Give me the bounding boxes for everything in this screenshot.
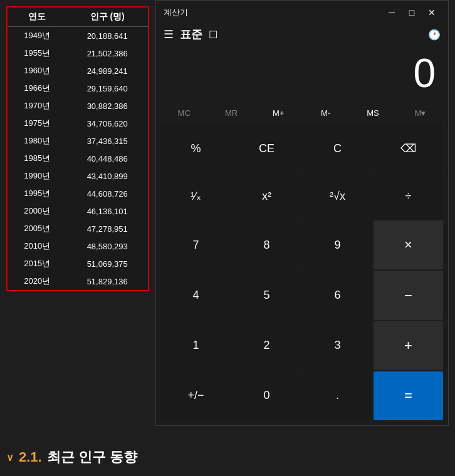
calc-button-x-[interactable]: x² xyxy=(232,173,301,219)
memory-button-mc[interactable]: MC xyxy=(161,102,207,124)
cell-population: 46,136,101 xyxy=(66,202,148,220)
cell-population: 21,502,386 xyxy=(66,44,148,62)
toolbar: ☰ 표준 ☐ 🕐 xyxy=(156,24,448,47)
maximize-button[interactable]: □ xyxy=(403,6,421,19)
table-row: 1980년37,436,315 xyxy=(8,132,148,150)
calc-button-9[interactable]: 9 xyxy=(303,220,372,269)
calc-button-7[interactable]: 7 xyxy=(161,220,231,269)
cell-population: 29,159,640 xyxy=(66,80,148,97)
cell-year: 1995년 xyxy=(8,185,66,202)
mode-icon: ☐ xyxy=(209,29,217,41)
cell-population: 44,608,726 xyxy=(66,185,148,202)
cell-year: 1960년 xyxy=(8,62,66,80)
cell-year: 1980년 xyxy=(8,132,66,150)
section-heading: ∨ 2.1. 최근 인구 동향 xyxy=(6,448,137,467)
cell-population: 24,989,241 xyxy=(66,62,148,80)
col-year-header: 연도 xyxy=(8,8,66,27)
calc-button--[interactable]: ÷ xyxy=(374,173,443,219)
cell-population: 20,188,641 xyxy=(66,27,148,45)
calc-button---x[interactable]: ²√x xyxy=(303,173,372,219)
table-row: 1955년21,502,386 xyxy=(8,44,148,62)
cell-year: 1966년 xyxy=(8,80,66,97)
table-row: 1970년30,882,386 xyxy=(8,97,148,115)
table-row: 2000년46,136,101 xyxy=(8,202,148,220)
table-row: 1949년20,188,641 xyxy=(8,27,148,45)
table-row: 1966년29,159,640 xyxy=(8,80,148,97)
calc-button-3[interactable]: 3 xyxy=(303,321,372,370)
calc-button----[interactable]: +/− xyxy=(161,371,231,420)
memory-button-mv[interactable]: M▾ xyxy=(397,102,443,124)
table-row: 1995년44,608,726 xyxy=(8,185,148,202)
calc-button--[interactable]: × xyxy=(374,220,443,269)
button-grid: %CEC⌫¹⁄ₓx²²√x÷789×456−123++/−0.= xyxy=(161,125,443,420)
cell-year: 1985년 xyxy=(8,150,66,167)
calc-button--[interactable]: − xyxy=(374,271,443,319)
menu-icon[interactable]: ☰ xyxy=(164,28,174,41)
memory-button-ms[interactable]: MS xyxy=(350,102,395,124)
cell-year: 2000년 xyxy=(8,202,66,220)
calculator-window: 계산기 ─ □ ✕ ☰ 표준 ☐ 🕐 0 MCMRM+M-MSM▾ %CEC⌫¹… xyxy=(155,0,449,426)
calc-button--[interactable]: = xyxy=(374,371,443,420)
display: 0 xyxy=(156,47,448,100)
minimize-button[interactable]: ─ xyxy=(383,6,400,19)
calc-button--[interactable]: + xyxy=(374,321,443,370)
calc-button--[interactable]: . xyxy=(303,371,372,420)
memory-button-mr[interactable]: MR xyxy=(208,102,254,124)
calc-button-2[interactable]: 2 xyxy=(232,321,301,370)
cell-year: 1955년 xyxy=(8,44,66,62)
cell-year: 2010년 xyxy=(8,237,66,255)
history-icon[interactable]: 🕐 xyxy=(428,29,441,41)
buttons-area: MCMRM+M-MSM▾ %CEC⌫¹⁄ₓx²²√x÷789×456−123++… xyxy=(156,100,448,425)
table-row: 1975년34,706,620 xyxy=(8,115,148,132)
window-controls: ─ □ ✕ xyxy=(383,6,441,19)
section-number: 2.1. xyxy=(19,449,42,465)
cell-population: 51,829,136 xyxy=(66,272,148,290)
cell-population: 37,436,315 xyxy=(66,132,148,150)
section-text: 최근 인구 동향 xyxy=(47,448,137,467)
memory-row: MCMRM+M-MSM▾ xyxy=(161,102,443,124)
calc-button----[interactable]: ¹⁄ₓ xyxy=(161,173,231,219)
close-button[interactable]: ✕ xyxy=(423,6,441,19)
cell-year: 2005년 xyxy=(8,220,66,237)
calc-button-5[interactable]: 5 xyxy=(232,271,301,319)
cell-population: 40,448,486 xyxy=(66,150,148,167)
cell-population: 48,580,293 xyxy=(66,237,148,255)
calc-button-C[interactable]: C xyxy=(303,125,372,172)
table-row: 1990년43,410,899 xyxy=(8,167,148,185)
title-bar: 계산기 ─ □ ✕ xyxy=(156,1,448,24)
cell-population: 30,882,386 xyxy=(66,97,148,115)
calc-button-1[interactable]: 1 xyxy=(161,321,231,370)
calc-button-0[interactable]: 0 xyxy=(232,371,301,420)
section-arrow: ∨ xyxy=(6,452,14,463)
cell-population: 51,069,375 xyxy=(66,255,148,272)
cell-year: 1990년 xyxy=(8,167,66,185)
table-row: 2015년51,069,375 xyxy=(8,255,148,272)
calc-button--[interactable]: ⌫ xyxy=(374,125,443,172)
cell-year: 2020년 xyxy=(8,272,66,290)
display-value: 0 xyxy=(413,51,436,96)
cell-year: 1949년 xyxy=(8,27,66,45)
memory-button-m-[interactable]: M- xyxy=(303,102,348,124)
calc-button-CE[interactable]: CE xyxy=(232,125,301,172)
calc-button-4[interactable]: 4 xyxy=(161,271,231,319)
calc-button--[interactable]: % xyxy=(161,125,231,172)
table-row: 2010년48,580,293 xyxy=(8,237,148,255)
memory-button-m+[interactable]: M+ xyxy=(256,102,301,124)
cell-population: 34,706,620 xyxy=(66,115,148,132)
calc-button-8[interactable]: 8 xyxy=(232,220,301,269)
cell-year: 1975년 xyxy=(8,115,66,132)
table-row: 1960년24,989,241 xyxy=(8,62,148,80)
table-row: 1985년40,448,486 xyxy=(8,150,148,167)
window-title: 계산기 xyxy=(164,7,188,18)
calc-button-6[interactable]: 6 xyxy=(303,271,372,319)
cell-year: 2015년 xyxy=(8,255,66,272)
cell-year: 1970년 xyxy=(8,97,66,115)
table-row: 2005년47,278,951 xyxy=(8,220,148,237)
population-table: 연도 인구 (명) 1949년20,188,6411955년21,502,386… xyxy=(6,6,149,291)
cell-population: 47,278,951 xyxy=(66,220,148,237)
col-population-header: 인구 (명) xyxy=(66,8,148,27)
mode-label: 표준 xyxy=(180,27,202,42)
table-row: 2020년51,829,136 xyxy=(8,272,148,290)
cell-population: 43,410,899 xyxy=(66,167,148,185)
